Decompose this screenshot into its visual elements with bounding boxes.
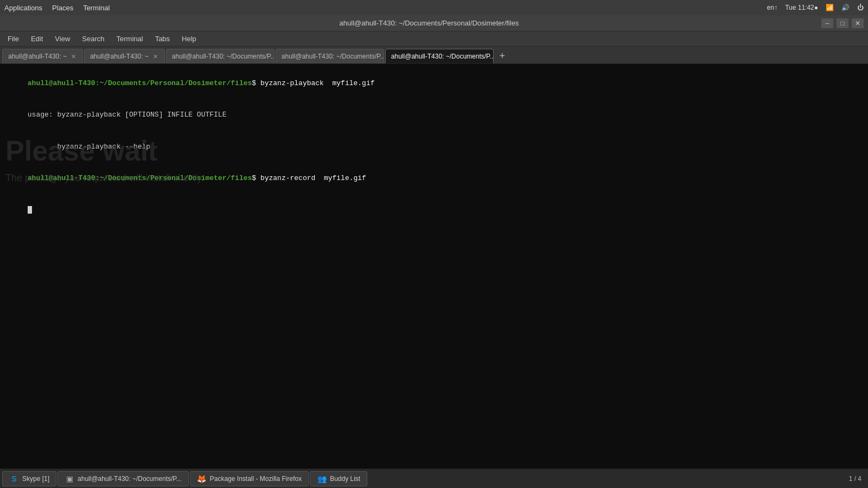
taskbar-skype[interactable]: S Skype [1] (2, 471, 56, 486)
firefox-icon: 🦊 (197, 474, 207, 484)
title-bar: ahull@ahull-T430: ~/Documents/Personal/D… (0, 15, 868, 31)
tabs-bar: ahull@ahull-T430: ~ ✕ ahull@ahull-T430: … (0, 47, 868, 64)
output-2: byzanz-playback --help (28, 143, 150, 151)
menu-search[interactable]: Search (76, 33, 110, 44)
system-bar-right: en↑ Tue 11:42● 📶 🔊 ⏻ (767, 4, 864, 11)
taskbar-buddy[interactable]: 👥 Buddy List (310, 471, 367, 486)
clock: Tue 11:42● (785, 4, 818, 11)
prompt-1: ahull@ahull-T430:~/Documents/Personal/Do… (28, 79, 252, 87)
menu-help[interactable]: Help (176, 33, 202, 44)
terminal-menu[interactable]: Terminal (83, 4, 110, 12)
taskbar-page-indicator: 1 / 4 (849, 475, 866, 483)
power-icon[interactable]: ⏻ (857, 4, 864, 11)
minimize-button[interactable]: – (821, 18, 833, 28)
system-bar-left: Applications Places Terminal (4, 4, 110, 12)
close-button[interactable]: ✕ (852, 18, 864, 28)
terminal-icon: ▣ (65, 474, 74, 484)
menu-tabs[interactable]: Tabs (150, 33, 175, 44)
tab-5[interactable]: ahull@ahull-T430: ~/Documents/P... ✕ (385, 49, 494, 63)
menu-terminal[interactable]: Terminal (111, 33, 149, 44)
terminal-line-3: byzanz-playback --help (2, 131, 866, 163)
tab-5-label: ahull@ahull-T430: ~/Documents/P... (391, 53, 494, 60)
buddy-icon: 👥 (317, 474, 327, 484)
window-controls: – □ ✕ (821, 18, 864, 28)
taskbar-terminal[interactable]: ▣ ahull@ahull-T430: ~/Documents/P... (58, 471, 189, 486)
command-2: $ byzanz-record myfile.gif (252, 174, 366, 182)
menu-view[interactable]: View (49, 33, 75, 44)
tab-3[interactable]: ahull@ahull-T430: ~/Documents/P... ✕ (166, 49, 275, 63)
applications-menu[interactable]: Applications (4, 4, 42, 12)
tab-2-label: ahull@ahull-T430: ~ (90, 53, 149, 60)
skype-icon: S (9, 474, 19, 484)
tab-4-label: ahull@ahull-T430: ~/Documents/P... (282, 53, 384, 60)
menu-edit[interactable]: Edit (25, 33, 48, 44)
cursor (28, 206, 32, 214)
taskbar-firefox[interactable]: 🦊 Package Install - Mozilla Firefox (190, 471, 309, 486)
window-title: ahull@ahull-T430: ~/Documents/Personal/D… (37, 19, 821, 27)
terminal-line-2: usage: byzanz-playback [OPTIONS] INFILE … (2, 99, 866, 131)
terminal-window: ahull@ahull-T430: ~/Documents/Personal/D… (0, 15, 868, 488)
taskbar-skype-label: Skype [1] (22, 475, 49, 483)
tab-1-close[interactable]: ✕ (70, 53, 77, 61)
tab-2[interactable]: ahull@ahull-T430: ~ ✕ (84, 49, 165, 63)
command-1: $ byzanz-playback myfile.gif (252, 79, 374, 87)
places-menu[interactable]: Places (52, 4, 73, 12)
terminal-line-1: ahull@ahull-T430:~/Documents/Personal/Do… (2, 67, 866, 99)
output-1: usage: byzanz-playback [OPTIONS] INFILE … (28, 111, 227, 119)
system-bar: Applications Places Terminal en↑ Tue 11:… (0, 0, 868, 15)
new-tab-button[interactable]: + (495, 49, 510, 63)
menu-bar: File Edit View Search Terminal Tabs Help (0, 31, 868, 47)
volume-icon: 🔊 (841, 4, 850, 11)
terminal-body[interactable]: ahull@ahull-T430:~/Documents/Personal/Do… (0, 64, 868, 468)
network-icon: 📶 (826, 4, 834, 11)
terminal-line-4: ahull@ahull-T430:~/Documents/Personal/Do… (2, 163, 866, 195)
prompt-2: ahull@ahull-T430:~/Documents/Personal/Do… (28, 174, 252, 182)
tab-1-label: ahull@ahull-T430: ~ (8, 53, 67, 60)
language-indicator: en↑ (767, 4, 777, 11)
taskbar-terminal-label: ahull@ahull-T430: ~/Documents/P... (78, 475, 182, 483)
menu-file[interactable]: File (2, 33, 24, 44)
tab-3-label: ahull@ahull-T430: ~/Documents/P... (172, 53, 275, 60)
taskbar-firefox-label: Package Install - Mozilla Firefox (210, 475, 302, 483)
tab-4[interactable]: ahull@ahull-T430: ~/Documents/P... ✕ (276, 49, 384, 63)
tab-2-close[interactable]: ✕ (152, 53, 159, 61)
maximize-button[interactable]: □ (837, 18, 848, 28)
tab-1[interactable]: ahull@ahull-T430: ~ ✕ (2, 49, 83, 63)
taskbar: S Skype [1] ▣ ahull@ahull-T430: ~/Docume… (0, 468, 868, 488)
terminal-cursor-line (2, 194, 866, 226)
taskbar-buddy-label: Buddy List (330, 475, 360, 483)
